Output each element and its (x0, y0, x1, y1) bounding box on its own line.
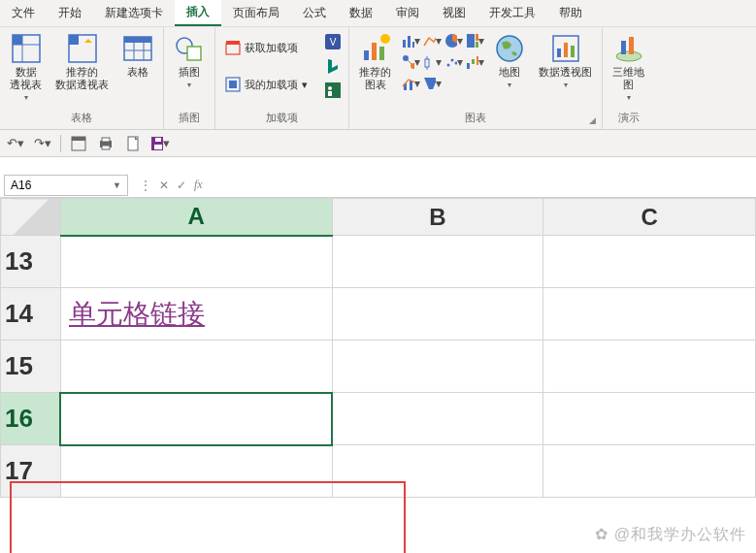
save-icon[interactable]: ▾ (150, 134, 170, 153)
3d-map-button[interactable]: 三维地 图 ▾ (608, 31, 648, 104)
svg-rect-59 (102, 138, 110, 142)
tab-view[interactable]: 视图 (431, 0, 477, 26)
illustrations-button[interactable]: 插图 ▾ (170, 31, 209, 91)
caret-icon: ▾ (564, 81, 568, 89)
pivot-table-label: 数据 透视表 (10, 66, 42, 91)
cell-A14[interactable]: 单元格链接 (60, 288, 332, 341)
my-addins-button[interactable]: 我的加载项 ▾ (221, 75, 312, 94)
row-header-16[interactable]: 16 (1, 393, 61, 445)
fx-icon[interactable]: fx (194, 178, 203, 192)
cell-B13[interactable] (332, 236, 543, 288)
hierarchy-chart-icon[interactable]: ▾ (401, 52, 420, 72)
recommended-pivot-button[interactable]: 推荐的 数据透视表 (51, 31, 113, 93)
ribbon-tabs: 文件 开始 新建选项卡 插入 页面布局 公式 数据 审阅 视图 开发工具 帮助 (0, 0, 756, 27)
maps-label: 地图 (499, 66, 520, 79)
visio-icon[interactable]: V (323, 32, 343, 51)
cell-A16[interactable] (60, 393, 332, 445)
treemap-icon[interactable]: ▾ (465, 31, 484, 50)
cell-C14[interactable] (543, 288, 756, 341)
pivot-table-button[interactable]: 数据 透视表 ▾ (6, 31, 46, 104)
svg-text:V: V (330, 37, 337, 48)
statistic-chart-icon[interactable]: ▾ (422, 52, 442, 72)
name-box[interactable]: A16 ▼ (4, 175, 128, 196)
tab-insert[interactable]: 插入 (175, 0, 221, 26)
cell-C16[interactable] (543, 393, 756, 445)
tab-review[interactable]: 审阅 (384, 0, 431, 26)
cell-B14[interactable] (332, 288, 543, 341)
tab-file[interactable]: 文件 (0, 0, 47, 26)
svg-rect-57 (72, 137, 85, 141)
maps-button[interactable]: 地图 ▾ (490, 31, 529, 91)
name-box-value: A16 (11, 179, 31, 192)
dropdown-icon[interactable]: ▼ (113, 180, 121, 190)
col-header-C[interactable]: C (543, 199, 756, 236)
tab-developer[interactable]: 开发工具 (477, 0, 547, 26)
svg-rect-50 (557, 49, 561, 57)
cell-A13[interactable] (60, 236, 332, 288)
cell-C13[interactable] (543, 236, 756, 288)
cell-A15[interactable] (60, 341, 332, 393)
cell-B15[interactable] (332, 341, 543, 393)
pivot-table-icon (11, 33, 42, 64)
undo-button[interactable]: ↶▾ (6, 134, 25, 153)
illustrations-label: 插图 (179, 66, 200, 79)
cell-C15[interactable] (543, 341, 756, 393)
enter-icon[interactable]: ✓ (177, 179, 186, 192)
colon-icon[interactable]: ⋮ (140, 179, 151, 192)
recommended-charts-button[interactable]: 推荐的 图表 (355, 31, 395, 93)
cell-B16[interactable] (332, 393, 543, 445)
dialog-launcher-icon[interactable]: ◢ (589, 115, 596, 125)
recommended-charts-label: 推荐的 图表 (359, 66, 391, 91)
tab-custom[interactable]: 新建选项卡 (93, 0, 175, 26)
cell-C17[interactable] (543, 445, 756, 498)
svg-rect-44 (477, 56, 478, 65)
hyperlink[interactable]: 单元格链接 (69, 299, 205, 329)
svg-point-48 (497, 36, 522, 61)
pie-chart-icon[interactable]: ▾ (444, 31, 463, 50)
svg-rect-55 (629, 37, 634, 54)
get-addins-button[interactable]: 获取加载项 (221, 38, 312, 57)
tab-layout[interactable]: 页面布局 (221, 0, 291, 26)
row-header-13[interactable]: 13 (1, 236, 61, 288)
col-header-A[interactable]: A (60, 199, 332, 236)
svg-line-35 (408, 60, 411, 64)
svg-point-20 (328, 86, 332, 90)
recommended-pivot-icon (67, 33, 98, 64)
funnel-chart-icon[interactable]: ▾ (422, 74, 442, 93)
tab-help[interactable]: 帮助 (547, 0, 594, 26)
column-chart-icon[interactable]: ▾ (401, 31, 420, 50)
combo-chart-icon[interactable]: ▾ (401, 74, 420, 93)
table-button[interactable]: 表格 (118, 31, 157, 81)
cell-B17[interactable] (332, 445, 543, 498)
people-graph-icon[interactable] (323, 81, 343, 100)
group-addins-label: 加载项 (221, 109, 343, 127)
group-illustrations: 插图 ▾ 插图 (164, 27, 215, 129)
scatter-chart-icon[interactable]: ▾ (444, 52, 463, 72)
bing-icon[interactable] (323, 56, 343, 76)
cell-A17[interactable] (60, 445, 332, 498)
separator (60, 135, 61, 152)
formula-tools: ⋮ ✕ ✓ fx (140, 178, 203, 192)
my-addins-label: 我的加载项 (245, 78, 298, 92)
col-header-B[interactable]: B (332, 199, 543, 236)
qat-icon-1[interactable] (69, 134, 88, 153)
print-icon[interactable] (96, 134, 115, 153)
3d-map-label: 三维地 图 (612, 66, 644, 91)
tab-home[interactable]: 开始 (47, 0, 93, 26)
new-icon[interactable] (123, 134, 143, 153)
redo-button[interactable]: ↷▾ (33, 134, 52, 153)
cancel-icon[interactable]: ✕ (159, 179, 169, 192)
row-header-14[interactable]: 14 (1, 288, 61, 341)
svg-rect-16 (229, 81, 237, 88)
pivot-chart-button[interactable]: 数据透视图 ▾ (535, 31, 596, 91)
tab-formulas[interactable]: 公式 (291, 0, 338, 26)
line-chart-icon[interactable]: ▾ (422, 31, 442, 50)
tab-data[interactable]: 数据 (338, 0, 384, 26)
svg-rect-60 (102, 146, 110, 149)
select-all-corner[interactable] (1, 199, 61, 236)
row-header-17[interactable]: 17 (1, 445, 61, 498)
table-icon (122, 33, 153, 64)
row-header-15[interactable]: 15 (1, 341, 61, 393)
waterfall-chart-icon[interactable]: ▾ (465, 52, 484, 72)
svg-rect-43 (472, 59, 475, 64)
